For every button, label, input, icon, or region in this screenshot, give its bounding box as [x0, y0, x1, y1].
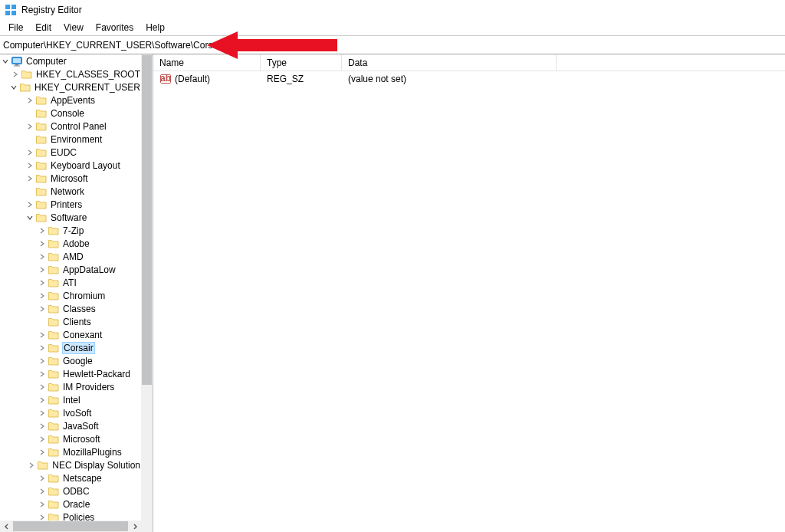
- expander-icon[interactable]: [26, 136, 34, 143]
- expander-icon[interactable]: [26, 110, 34, 117]
- expander-icon[interactable]: [26, 175, 34, 182]
- tree-item-oracle[interactable]: Oracle: [0, 498, 141, 511]
- tree-item-im-providers[interactable]: IM Providers: [0, 380, 141, 393]
- expander-icon[interactable]: [38, 409, 46, 417]
- expander-icon[interactable]: [28, 461, 35, 469]
- expander-icon[interactable]: [38, 357, 46, 365]
- expander-icon[interactable]: [38, 383, 46, 391]
- tree-item-microsoft[interactable]: Microsoft: [0, 432, 141, 445]
- expander-icon[interactable]: [10, 84, 18, 91]
- col-data[interactable]: Data: [342, 54, 557, 71]
- tree-item-console[interactable]: Console: [0, 107, 141, 120]
- folder-icon: [35, 107, 48, 120]
- expander-icon[interactable]: [26, 188, 34, 195]
- tree-item-software[interactable]: Software: [0, 211, 141, 224]
- values-pane: Name Type Data ab(Default)REG_SZ(value n…: [153, 54, 785, 532]
- expander-icon[interactable]: [38, 370, 46, 378]
- tree-item-hewlett-packard[interactable]: Hewlett-Packard: [0, 367, 141, 380]
- expander-icon[interactable]: [38, 253, 46, 261]
- expander-icon[interactable]: [38, 501, 46, 508]
- folder-icon: [11, 55, 23, 67]
- folder-icon: [48, 342, 60, 354]
- expander-icon[interactable]: [26, 149, 34, 156]
- col-name[interactable]: Name: [153, 54, 261, 71]
- horizontal-scrollbar[interactable]: [0, 521, 141, 532]
- tree-item-odbc[interactable]: ODBC: [0, 484, 141, 498]
- tree-item-adobe[interactable]: Adobe: [0, 237, 141, 250]
- expander-icon[interactable]: [38, 448, 46, 456]
- menubar: File Edit View Favorites Help: [0, 20, 785, 36]
- expander-icon[interactable]: [38, 396, 46, 404]
- expander-icon[interactable]: [11, 71, 19, 78]
- tree-item-control-panel[interactable]: Control Panel: [0, 120, 141, 133]
- address-bar[interactable]: Computer\HKEY_CURRENT_USER\Software\Cors…: [0, 36, 785, 54]
- folder-icon: [35, 159, 48, 172]
- tree-item-policies[interactable]: Policies: [0, 511, 141, 521]
- expander-icon[interactable]: [38, 318, 46, 326]
- registry-tree[interactable]: ComputerHKEY_CLASSES_ROOTHKEY_CURRENT_US…: [0, 54, 141, 521]
- expander-icon[interactable]: [38, 279, 46, 287]
- expander-icon[interactable]: [38, 227, 46, 235]
- tree-item-classes[interactable]: Classes: [0, 302, 141, 315]
- expander-icon[interactable]: [26, 201, 34, 209]
- tree-item-computer[interactable]: Computer: [0, 54, 141, 67]
- folder-icon: [35, 199, 48, 211]
- tree-item-hkcu[interactable]: HKEY_CURRENT_USER: [0, 80, 141, 94]
- tree-item-nec-display-solution[interactable]: NEC Display Solution: [0, 458, 141, 471]
- list-body[interactable]: ab(Default)REG_SZ(value not set): [153, 71, 785, 85]
- tree-item-conexant[interactable]: Conexant: [0, 328, 141, 341]
- tree-item-ati[interactable]: ATI: [0, 276, 141, 289]
- vertical-scrollbar[interactable]: [141, 54, 153, 521]
- tree-item-eudc[interactable]: EUDC: [0, 146, 141, 159]
- expander-icon[interactable]: [38, 344, 46, 352]
- expander-icon[interactable]: [38, 292, 46, 300]
- tree-item-google[interactable]: Google: [0, 354, 141, 367]
- tree-item-printers[interactable]: Printers: [0, 198, 141, 211]
- list-row[interactable]: ab(Default)REG_SZ(value not set): [153, 71, 785, 85]
- menu-file[interactable]: File: [2, 21, 29, 34]
- expander-icon[interactable]: [26, 162, 34, 169]
- expander-icon[interactable]: [38, 266, 46, 274]
- expander-icon[interactable]: [38, 240, 46, 248]
- tree-label: AppEvents: [50, 95, 96, 106]
- tree-item-keyboard-layout[interactable]: Keyboard Layout: [0, 159, 141, 172]
- scroll-right-icon[interactable]: [128, 521, 141, 532]
- menu-edit[interactable]: Edit: [29, 21, 57, 34]
- tree-item-ivosoft[interactable]: IvoSoft: [0, 406, 141, 419]
- tree-item-hkcr[interactable]: HKEY_CLASSES_ROOT: [0, 67, 141, 80]
- expander-icon[interactable]: [2, 57, 9, 65]
- expander-icon[interactable]: [26, 97, 34, 104]
- col-type[interactable]: Type: [261, 54, 342, 71]
- tree-item-amd[interactable]: AMD: [0, 250, 141, 263]
- menu-help[interactable]: Help: [140, 21, 171, 34]
- expander-icon[interactable]: [38, 331, 46, 339]
- tree-item-netscape[interactable]: Netscape: [0, 471, 141, 484]
- tree-item-chromium[interactable]: Chromium: [0, 289, 141, 302]
- string-value-icon: ab: [159, 73, 172, 85]
- expander-icon[interactable]: [38, 475, 46, 482]
- tree-item-javasoft[interactable]: JavaSoft: [0, 419, 141, 432]
- expander-icon[interactable]: [26, 214, 34, 222]
- expander-icon[interactable]: [38, 435, 46, 443]
- expander-icon[interactable]: [38, 305, 46, 313]
- tree-item-clients[interactable]: Clients: [0, 315, 141, 328]
- tree-item-microsoft[interactable]: Microsoft: [0, 172, 141, 185]
- tree-item-network[interactable]: Network: [0, 185, 141, 198]
- svg-rect-2: [5, 11, 10, 15]
- tree-item-7-zip[interactable]: 7-Zip: [0, 224, 141, 237]
- tree-item-environment[interactable]: Environment: [0, 133, 141, 146]
- tree-item-appdatalow[interactable]: AppDataLow: [0, 263, 141, 276]
- expander-icon[interactable]: [38, 422, 46, 430]
- tree-item-corsair[interactable]: Corsair: [0, 341, 141, 354]
- menu-favorites[interactable]: Favorites: [90, 21, 140, 34]
- expander-icon[interactable]: [26, 123, 34, 130]
- expander-icon[interactable]: [38, 514, 46, 521]
- expander-icon[interactable]: [38, 488, 46, 495]
- scroll-left-icon[interactable]: [0, 521, 13, 532]
- tree-label: Intel: [62, 395, 81, 406]
- menu-view[interactable]: View: [57, 21, 90, 34]
- titlebar: Registry Editor: [0, 0, 785, 20]
- tree-item-mozillaplugins[interactable]: MozillaPlugins: [0, 445, 141, 458]
- tree-item-intel[interactable]: Intel: [0, 393, 141, 406]
- tree-item-appevents[interactable]: AppEvents: [0, 94, 141, 107]
